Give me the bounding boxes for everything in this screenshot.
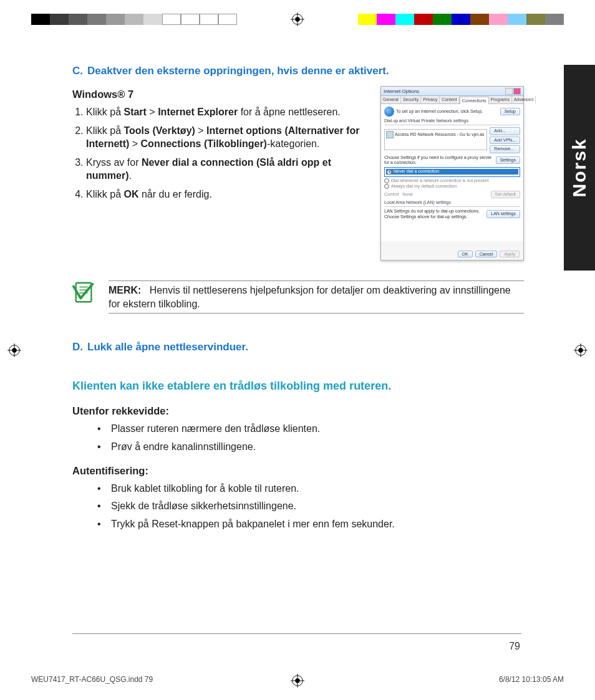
- tab-programs[interactable]: Programs: [489, 96, 512, 103]
- tab-advanced[interactable]: Advanced: [512, 96, 536, 103]
- registration-mark-icon: [7, 343, 21, 357]
- ok-button[interactable]: OK: [458, 251, 473, 257]
- registration-mark-icon: [291, 12, 304, 26]
- add-vpn-button[interactable]: Add VPN...: [490, 137, 520, 144]
- radio-icon: [384, 184, 389, 189]
- language-label: Norsk: [569, 138, 590, 197]
- dialog-title: Internet Options: [384, 89, 419, 94]
- note-icon: [72, 280, 96, 304]
- internet-options-dialog: Internet Options General Security Privac…: [380, 86, 524, 261]
- radio-dial-whenever[interactable]: Dial whenever a network connection is no…: [384, 178, 520, 183]
- tab-security[interactable]: Security: [401, 96, 421, 103]
- step-item: Klikk på OK når du er ferdig.: [86, 188, 370, 201]
- list-item: Bruk kablet tilkobling for å koble til r…: [97, 482, 524, 496]
- note-box: MERK: Henvis til nettleserens hjelpefunk…: [72, 280, 524, 314]
- footer-rule: [72, 633, 521, 634]
- os-label: Windows® 7: [72, 89, 370, 100]
- printer-colorbar-left: [31, 14, 237, 25]
- troubleshoot-heading: Klienten kan ikke etablere en trådløs ti…: [72, 380, 524, 393]
- setup-button[interactable]: Setup: [500, 108, 520, 115]
- printer-colorbar-right: [358, 14, 564, 25]
- range-heading: Utenfor rekkevidde:: [72, 405, 524, 417]
- tab-privacy[interactable]: Privacy: [421, 96, 440, 103]
- tab-general[interactable]: General: [381, 96, 401, 103]
- dialup-group-label: Dial-up and Virtual Private Network sett…: [384, 118, 520, 123]
- dialog-tabs: General Security Privacy Content Connect…: [381, 96, 523, 104]
- list-item: Sjekk de trådløse sikkerhetsinnstillinge…: [97, 499, 524, 513]
- list-item: Trykk på Reset-knappen på bakpanelet i m…: [97, 517, 524, 531]
- print-slug: WEU7417_RT-AC66U_QSG.indd 79 6/8/12 10:1…: [31, 675, 564, 684]
- remove-button[interactable]: Remove...: [490, 145, 520, 153]
- set-default-button: Set default: [491, 191, 520, 198]
- auth-heading: Autentifisering:: [72, 465, 524, 477]
- radio-icon: [384, 178, 389, 183]
- section-c-heading: C.Deaktver den eksterne oppringingen, hv…: [72, 65, 524, 77]
- connection-listbox[interactable]: Access RD Network Resources - Go to vpn.…: [384, 129, 487, 150]
- steps-list: Klikk på Start > Internet Explorer for å…: [72, 105, 370, 201]
- note-label: MERK:: [109, 285, 141, 295]
- step-item: Klikk på Tools (Verktøy) > Internet opti…: [86, 124, 370, 151]
- radio-never-dial[interactable]: Never dial a connection: [386, 169, 518, 174]
- range-bullets: Plasser ruteren nærmere den trådløse kli…: [97, 422, 524, 454]
- lan-settings-button[interactable]: LAN settings: [486, 210, 520, 218]
- tab-connections[interactable]: Connections: [460, 97, 489, 104]
- section-d-heading: D.Lukk alle åpne nettleservinduer.: [72, 341, 524, 353]
- page-content: C.Deaktver den eksterne oppringingen, hv…: [72, 65, 524, 539]
- lan-group-label: Local Area Network (LAN) settings: [384, 200, 520, 205]
- add-button[interactable]: Add...: [490, 127, 520, 135]
- close-icon[interactable]: [513, 88, 521, 95]
- dial-radio-group: Never dial a connection: [384, 167, 520, 176]
- registration-mark-icon: [574, 343, 588, 357]
- slug-timestamp: 6/8/12 10:13:05 AM: [499, 675, 564, 684]
- cancel-button[interactable]: Cancel: [475, 251, 498, 257]
- radio-always-dial[interactable]: Always dial my default connection: [384, 184, 520, 189]
- note-text: Henvis til nettleserens hjelpefunksjon f…: [109, 285, 511, 309]
- apply-button: Apply: [500, 251, 520, 257]
- auth-bullets: Bruk kablet tilkobling for å koble til r…: [97, 482, 524, 531]
- globe-icon: [384, 107, 394, 117]
- help-icon[interactable]: [505, 88, 513, 95]
- slug-filename: WEU7417_RT-AC66U_QSG.indd 79: [31, 675, 153, 684]
- step-item: Klikk på Start > Internet Explorer for å…: [86, 105, 370, 119]
- step-item: Kryss av for Never dial a connection (Sl…: [86, 156, 370, 183]
- radio-icon: [387, 170, 392, 175]
- network-icon: [386, 131, 394, 138]
- language-side-tab: Norsk: [564, 65, 595, 271]
- list-item: Plasser ruteren nærmere den trådløse kli…: [97, 422, 524, 436]
- settings-button[interactable]: Settings: [496, 156, 520, 164]
- page-number: 79: [509, 641, 520, 652]
- tab-content[interactable]: Content: [440, 96, 460, 103]
- list-item: Prøv å endre kanalinnstillingene.: [97, 440, 524, 454]
